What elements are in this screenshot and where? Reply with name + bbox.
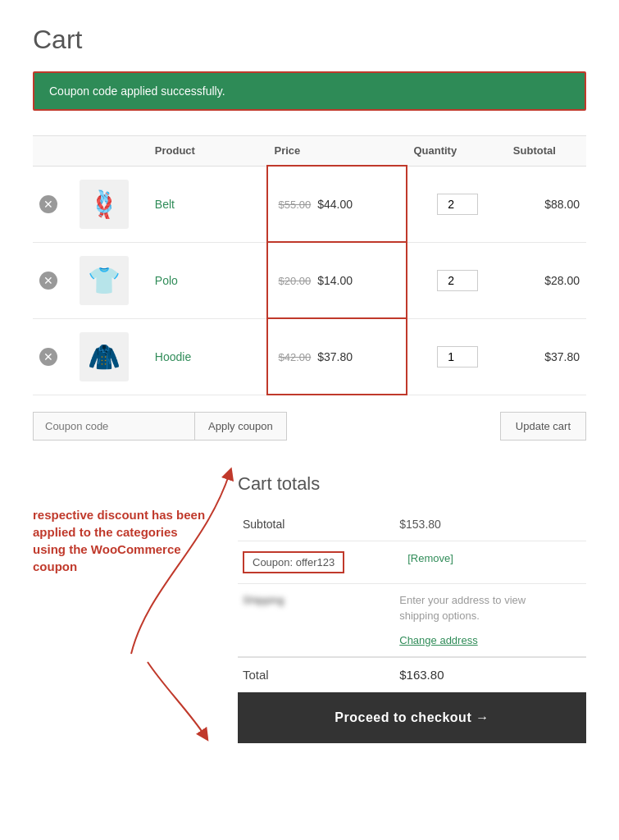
subtotal-row: Subtotal $153.80 <box>238 508 586 541</box>
sale-price-polo: $14.00 <box>317 274 353 287</box>
total-row: Total $163.80 <box>238 657 586 692</box>
success-banner: Coupon code applied successfully. <box>33 71 586 111</box>
image-cell-polo: 👕 <box>73 242 148 318</box>
qty-input-belt[interactable] <box>437 194 478 215</box>
col-header-product: Product <box>148 136 268 167</box>
name-cell-polo[interactable]: Polo <box>148 242 268 318</box>
qty-cell-hoodie[interactable] <box>407 318 506 395</box>
product-image-polo: 👕 <box>80 256 129 305</box>
shipping-label: Shipping <box>238 584 394 658</box>
product-link-polo[interactable]: Polo <box>155 274 178 287</box>
price-cell-hoodie: $42.00 $37.80 <box>267 318 407 395</box>
subtotal-value: $153.80 <box>394 508 586 541</box>
qty-cell-belt[interactable] <box>407 166 506 242</box>
product-emoji-polo: 👕 <box>88 265 121 296</box>
image-cell-belt: 🪢 <box>73 166 148 242</box>
original-price-hoodie: $42.00 <box>278 351 311 363</box>
checkout-button[interactable]: Proceed to checkout → <box>238 692 586 743</box>
remove-cell-polo[interactable]: ✕ <box>33 242 73 318</box>
shipping-row: Shipping Enter your address to view ship… <box>238 584 586 658</box>
remove-button-hoodie[interactable]: ✕ <box>39 348 57 366</box>
product-link-belt[interactable]: Belt <box>155 198 175 211</box>
remove-coupon-link[interactable]: [Remove] <box>407 552 453 564</box>
annotation-area: respective discount has been applied to … <box>33 473 213 575</box>
price-cell-polo: $20.00 $14.00 <box>267 242 407 318</box>
total-value: $163.80 <box>394 657 586 692</box>
original-price-belt: $55.00 <box>278 199 311 211</box>
original-price-polo: $20.00 <box>278 275 311 287</box>
remove-cell-belt[interactable]: ✕ <box>33 166 73 242</box>
banner-message: Coupon code applied successfully. <box>49 84 225 98</box>
sale-price-hoodie: $37.80 <box>317 350 353 363</box>
col-header-remove <box>33 136 73 167</box>
remove-button-belt[interactable]: ✕ <box>39 195 57 213</box>
shipping-value: Enter your address to view shipping opti… <box>394 584 586 658</box>
sale-price-belt: $44.00 <box>317 198 353 211</box>
cart-totals: Cart totals Subtotal $153.80 Coupon: off… <box>238 473 586 743</box>
name-cell-belt[interactable]: Belt <box>148 166 268 242</box>
remove-button-polo[interactable]: ✕ <box>39 272 57 290</box>
update-cart-button[interactable]: Update cart <box>500 412 586 441</box>
qty-cell-polo[interactable] <box>407 242 506 318</box>
remove-cell-hoodie[interactable]: ✕ <box>33 318 73 395</box>
cart-row-belt: ✕ 🪢 Belt $55.00 $44.00 $88.00 <box>33 166 586 242</box>
qty-input-polo[interactable] <box>437 270 478 291</box>
coupon-row: Coupon: offer123 [Remove] <box>238 541 586 584</box>
subtotal-cell-hoodie: $37.80 <box>507 318 586 395</box>
col-header-img <box>73 136 148 167</box>
product-image-belt: 🪢 <box>80 180 129 229</box>
page-title: Cart <box>33 25 586 55</box>
change-address-link[interactable]: Change address <box>399 634 477 646</box>
col-header-subtotal: Subtotal <box>507 136 586 167</box>
cart-totals-title: Cart totals <box>238 473 586 495</box>
price-cell-belt: $55.00 $44.00 <box>267 166 407 242</box>
subtotal-cell-polo: $28.00 <box>507 242 586 318</box>
bottom-section: respective discount has been applied to … <box>33 473 586 743</box>
totals-table: Subtotal $153.80 Coupon: offer123 [Remov… <box>238 508 586 692</box>
cart-row-polo: ✕ 👕 Polo $20.00 $14.00 $28.00 <box>33 242 586 318</box>
col-header-price: Price <box>267 136 407 167</box>
product-emoji-belt: 🪢 <box>88 189 121 220</box>
qty-input-hoodie[interactable] <box>437 346 478 368</box>
subtotal-cell-belt: $88.00 <box>507 166 586 242</box>
annotation-arrow <box>82 342 262 670</box>
col-header-quantity: Quantity <box>407 136 506 167</box>
